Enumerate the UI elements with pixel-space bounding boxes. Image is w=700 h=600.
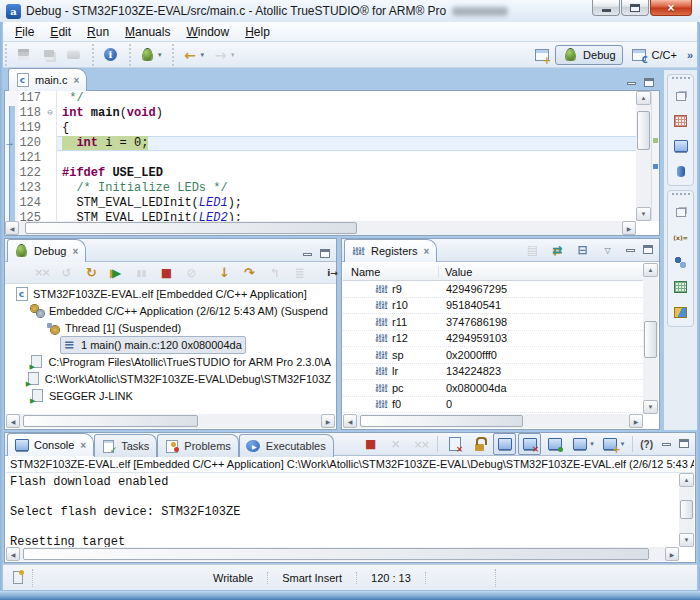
code-line[interactable]: →120 int i = 0; bbox=[5, 136, 636, 151]
code-line[interactable]: 117 */ bbox=[5, 91, 636, 106]
editor-ruler[interactable] bbox=[5, 211, 18, 221]
fv-sfr-button[interactable] bbox=[669, 135, 692, 157]
editor-ruler[interactable] bbox=[5, 181, 18, 196]
info-button[interactable] bbox=[99, 44, 122, 66]
terminate-button[interactable] bbox=[359, 433, 382, 455]
relaunch-button[interactable] bbox=[55, 262, 78, 284]
tab-console[interactable]: Console× bbox=[7, 433, 94, 456]
scroll-down-button[interactable]: ▼ bbox=[643, 400, 658, 414]
annotation-mark-blue[interactable] bbox=[653, 164, 658, 169]
step-return-button[interactable] bbox=[263, 262, 286, 284]
menu-edit[interactable]: Edit bbox=[42, 23, 79, 41]
minimize-view-button[interactable] bbox=[622, 243, 638, 257]
scroll-left-button[interactable]: ◀ bbox=[6, 414, 20, 428]
scroll-thumb[interactable] bbox=[23, 548, 649, 560]
scroll-up-button[interactable]: ▲ bbox=[679, 473, 694, 487]
tree-item[interactable]: C:\Program Files\Atollic\TrueSTUDIO for … bbox=[27, 353, 335, 371]
scroll-right-button[interactable]: ▶ bbox=[665, 547, 679, 561]
menu-window[interactable]: Window bbox=[178, 23, 237, 41]
tree-item[interactable]: SEGGER J-LINK bbox=[28, 387, 137, 405]
remove-all-terminated-button[interactable] bbox=[409, 433, 432, 455]
register-row[interactable]: lr134224823 bbox=[343, 364, 643, 381]
tab-main-c[interactable]: main.c × bbox=[8, 68, 87, 91]
maximize-window-button[interactable] bbox=[621, 0, 649, 16]
editor-body[interactable]: 117 */118⊖int main(void)119{→120 int i =… bbox=[4, 90, 660, 236]
editor-ruler[interactable] bbox=[5, 121, 18, 136]
register-row[interactable]: r10951840541 bbox=[343, 298, 643, 315]
back-button[interactable]: ▾ bbox=[179, 44, 208, 66]
menu-manuals[interactable]: Manuals bbox=[117, 23, 178, 41]
scroll-thumb[interactable] bbox=[644, 321, 657, 358]
open-console-button[interactable]: ▾ bbox=[599, 433, 628, 455]
scroll-left-button[interactable]: ◀ bbox=[5, 221, 19, 235]
registers-vertical-scrollbar[interactable]: ▲ ▼ bbox=[643, 263, 658, 414]
step-into-button[interactable] bbox=[213, 262, 236, 284]
suspend-button[interactable] bbox=[130, 262, 153, 284]
fv-cylinder-button[interactable] bbox=[669, 160, 692, 182]
minimize-view-button[interactable] bbox=[658, 437, 674, 451]
restart-button[interactable] bbox=[80, 262, 103, 284]
register-row[interactable]: sp0x2000fff0 bbox=[343, 347, 643, 364]
dropdown-arrow-icon[interactable]: ▾ bbox=[590, 440, 594, 448]
menu-help[interactable]: Help bbox=[237, 23, 278, 41]
scroll-lock-button[interactable] bbox=[468, 433, 491, 455]
forward-button[interactable]: ▾ bbox=[209, 44, 238, 66]
scroll-up-button[interactable]: ▲ bbox=[643, 263, 658, 277]
disconnect-button[interactable] bbox=[180, 262, 203, 284]
code-line[interactable]: 118⊖int main(void) bbox=[5, 106, 636, 121]
tree-row[interactable]: SEGGER J-LINK bbox=[6, 387, 335, 404]
scroll-down-button[interactable]: ▼ bbox=[636, 207, 651, 221]
fv-memgrid-button[interactable] bbox=[669, 276, 692, 298]
scroll-right-button[interactable]: ▶ bbox=[629, 414, 643, 428]
show-registers-button[interactable] bbox=[546, 239, 569, 261]
perspective-cpp-button[interactable]: C/C+ bbox=[625, 45, 683, 65]
menu-file[interactable]: File bbox=[7, 23, 42, 41]
debug-horizontal-scrollbar[interactable]: ◀ ▶ bbox=[6, 414, 335, 428]
close-tab-icon[interactable]: × bbox=[72, 246, 78, 257]
console-horizontal-scrollbar[interactable]: ◀ ▶ bbox=[6, 547, 679, 561]
editor-ruler[interactable] bbox=[5, 151, 18, 166]
code-line[interactable]: 119{ bbox=[5, 121, 636, 136]
drag-handle[interactable] bbox=[672, 77, 690, 81]
tree-row[interactable]: Embedded C/C++ Application (2/6/12 5:43 … bbox=[6, 302, 335, 319]
tree-row[interactable]: STM32F103ZE-EVAL.elf [Embedded C/C++ App… bbox=[6, 285, 335, 302]
editor-lines[interactable]: 117 */118⊖int main(void)119{→120 int i =… bbox=[5, 91, 636, 221]
tab-registers[interactable]: Registers × bbox=[344, 239, 437, 262]
tree-item[interactable]: C:\Work\Atollic\STM32F103ZE-EVAL\Debug\S… bbox=[24, 370, 335, 388]
collapse-all-button[interactable] bbox=[571, 239, 594, 261]
editor-horizontal-scrollbar[interactable]: ◀ ▶ bbox=[5, 221, 636, 235]
maximize-view-button[interactable] bbox=[640, 243, 656, 257]
register-row[interactable]: f00 bbox=[343, 397, 643, 414]
scroll-thumb[interactable] bbox=[23, 415, 198, 427]
minimize-window-button[interactable] bbox=[592, 0, 620, 16]
dropdown-arrow-icon[interactable]: ▾ bbox=[201, 51, 205, 59]
fv-stack2-button[interactable] bbox=[669, 201, 692, 223]
tree-row[interactable]: C:\Work\Atollic\STM32F103ZE-EVAL\Debug\S… bbox=[6, 370, 335, 387]
clear-console-button[interactable] bbox=[443, 433, 466, 455]
code-line[interactable]: 121 bbox=[5, 151, 636, 166]
editor-ruler[interactable]: → bbox=[5, 136, 18, 151]
console-help-label[interactable]: (?) bbox=[637, 439, 656, 450]
scroll-down-button[interactable]: ▼ bbox=[679, 533, 694, 547]
editor-ruler[interactable] bbox=[5, 106, 18, 121]
register-row[interactable]: r94294967295 bbox=[343, 281, 643, 298]
tree-item[interactable]: STM32F103ZE-EVAL.elf [Embedded C/C++ App… bbox=[12, 285, 311, 303]
save-button[interactable] bbox=[12, 44, 35, 66]
maximize-editor-button[interactable] bbox=[641, 76, 657, 90]
scroll-thumb[interactable] bbox=[360, 415, 523, 427]
debug-launch-tree[interactable]: STM32F103ZE-EVAL.elf [Embedded C/C++ App… bbox=[6, 285, 335, 414]
remove-all-terminated-button[interactable] bbox=[30, 262, 53, 284]
scroll-thumb[interactable] bbox=[25, 222, 357, 234]
dropdown-arrow-icon[interactable]: ▾ bbox=[621, 440, 625, 448]
tab-debug[interactable]: Debug × bbox=[7, 239, 86, 262]
terminate-button[interactable] bbox=[155, 262, 178, 284]
code-line[interactable]: 125 STM_EVAL_LEDInit(LED2); bbox=[5, 211, 636, 221]
maximize-view-button[interactable] bbox=[676, 437, 692, 451]
maximize-view-button[interactable] bbox=[317, 247, 333, 261]
scroll-thumb[interactable] bbox=[637, 111, 650, 150]
fold-collapse-icon[interactable]: ⊖ bbox=[44, 106, 57, 121]
code-line[interactable]: 124 STM_EVAL_LEDInit(LED1); bbox=[5, 196, 636, 211]
fv-breakpoints-button[interactable] bbox=[669, 251, 692, 273]
tree-item[interactable]: Thread [1] (Suspended) bbox=[44, 319, 185, 337]
scroll-right-button[interactable]: ▶ bbox=[622, 221, 636, 235]
